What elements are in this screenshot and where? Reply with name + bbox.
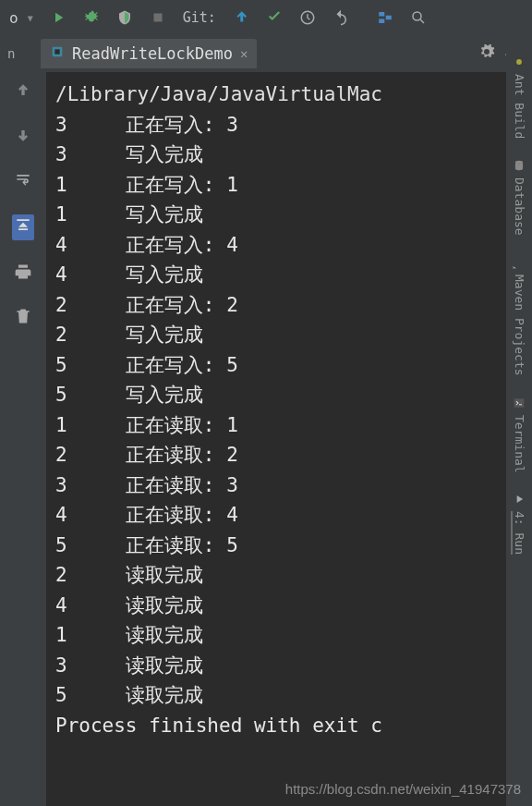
console-line: 2 读取完成	[55, 560, 532, 591]
top-toolbar: o ▼ Git:	[0, 0, 532, 35]
console-line: 2 正在读取: 2	[55, 440, 532, 470]
run-button[interactable]	[50, 9, 66, 26]
dropdown-arrow-icon[interactable]: ▼	[28, 13, 33, 23]
git-history-button[interactable]	[299, 9, 316, 26]
main-area: /Library/Java/JavaVirtualMac 3 正在写入: 33 …	[0, 72, 532, 806]
console-line: 1 正在写入: 1	[55, 170, 532, 201]
debug-button[interactable]	[83, 9, 100, 26]
svg-rect-7	[54, 49, 59, 54]
ant-build-label: Ant Build	[513, 74, 526, 139]
coverage-button[interactable]	[116, 9, 133, 26]
maven-tab[interactable]: m Maven Projects	[513, 256, 526, 376]
git-revert-button[interactable]	[332, 9, 349, 26]
svg-point-8	[516, 59, 522, 65]
search-button[interactable]	[410, 9, 427, 26]
console-output[interactable]: /Library/Java/JavaVirtualMac 3 正在写入: 33 …	[46, 72, 532, 806]
git-update-button[interactable]	[233, 9, 249, 26]
console-line: 2 正在写入: 2	[55, 290, 532, 321]
close-tab-button[interactable]: ✕	[240, 46, 248, 61]
console-line: 5 正在读取: 5	[55, 531, 532, 561]
console-line: 4 正在读取: 4	[55, 500, 532, 531]
svg-point-9	[515, 161, 523, 165]
terminal-tab[interactable]: Terminal	[513, 397, 526, 473]
ant-build-tab[interactable]: Ant Build	[513, 55, 526, 139]
svg-rect-4	[386, 16, 392, 20]
console-line: 5 正在写入: 5	[55, 350, 532, 381]
svg-rect-3	[379, 19, 384, 24]
git-commit-button[interactable]	[266, 9, 283, 26]
database-label: Database	[513, 177, 526, 236]
maven-label: Maven Projects	[513, 275, 526, 376]
run-side-label: 4: Run	[513, 511, 526, 555]
console-header-line: /Library/Java/JavaVirtualMac	[55, 79, 532, 110]
run-tab[interactable]: ReadWriteLockDemo ✕	[41, 39, 257, 68]
tool-window-label: n:	[7, 46, 17, 61]
console-line: 3 写入完成	[55, 140, 532, 170]
svg-rect-11	[514, 398, 525, 407]
console-line: 1 写入完成	[55, 200, 532, 230]
java-app-icon	[50, 44, 65, 63]
svg-text:m: m	[513, 266, 519, 270]
console-line: 5 读取完成	[55, 680, 532, 711]
soft-wrap-button[interactable]	[14, 170, 32, 192]
console-line: 3 正在读取: 3	[55, 470, 532, 501]
watermark: https://blog.csdn.net/weixin_41947378	[285, 781, 521, 797]
terminal-label: Terminal	[513, 415, 526, 473]
console-line: Process finished with exit c	[55, 711, 532, 741]
svg-rect-0	[153, 14, 162, 22]
run-config-dropdown[interactable]: o	[9, 9, 18, 27]
project-structure-button[interactable]	[377, 9, 393, 26]
console-line: 4 读取完成	[55, 591, 532, 621]
down-button[interactable]	[14, 126, 32, 148]
right-sidebar: Ant Build Database m Maven Projects Term…	[506, 37, 532, 806]
tab-title: ReadWriteLockDemo	[72, 44, 233, 63]
settings-button[interactable]	[478, 43, 495, 64]
run-gutter	[0, 72, 46, 806]
git-label: Git:	[183, 9, 216, 26]
console-line: 1 读取完成	[55, 620, 532, 651]
svg-point-5	[413, 12, 421, 20]
console-line: 4 正在写入: 4	[55, 230, 532, 261]
scroll-to-end-button[interactable]	[12, 214, 34, 240]
console-line: 1 正在读取: 1	[55, 410, 532, 441]
console-line: 4 写入完成	[55, 260, 532, 290]
print-button[interactable]	[14, 263, 32, 285]
stop-button[interactable]	[150, 9, 166, 26]
run-tab-side[interactable]: 4: Run	[513, 493, 526, 555]
console-line: 3 正在写入: 3	[55, 110, 532, 140]
run-tool-window-header: n: ReadWriteLockDemo ✕ —	[0, 35, 532, 72]
rerun-button[interactable]	[14, 81, 32, 104]
svg-rect-2	[379, 12, 384, 17]
database-tab[interactable]: Database	[513, 159, 526, 236]
console-line: 5 写入完成	[55, 380, 532, 410]
delete-button[interactable]	[14, 307, 32, 329]
console-line: 2 写入完成	[55, 320, 532, 350]
console-line: 3 读取完成	[55, 651, 532, 681]
